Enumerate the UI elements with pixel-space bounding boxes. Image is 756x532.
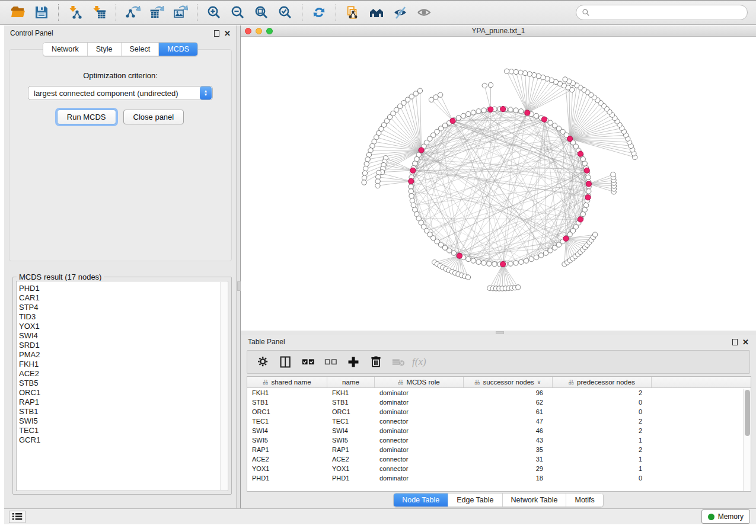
table-scrollbar-thumb[interactable] bbox=[745, 390, 750, 436]
graph-ring-node[interactable] bbox=[466, 111, 471, 116]
mcds-hub-node[interactable] bbox=[567, 136, 573, 142]
graph-ring-node[interactable] bbox=[476, 109, 481, 114]
unselect-all-rows-button[interactable] bbox=[321, 353, 341, 371]
mcds-result-item[interactable]: SRD1 bbox=[19, 341, 228, 350]
table-row[interactable]: PHD1PHD1dominator180 bbox=[247, 473, 751, 483]
graph-ring-node[interactable] bbox=[586, 189, 591, 194]
graph-ring-node[interactable] bbox=[487, 261, 492, 266]
open-file-button[interactable] bbox=[6, 3, 30, 22]
first-neighbors-button[interactable] bbox=[365, 3, 388, 22]
graph-ring-node[interactable] bbox=[519, 109, 524, 114]
table-row[interactable]: ACE2ACE2connector311 bbox=[247, 454, 751, 464]
graph-ring-node[interactable] bbox=[492, 262, 497, 267]
horizontal-splitter-grip[interactable] bbox=[496, 331, 504, 334]
add-column-button[interactable] bbox=[343, 353, 363, 371]
graph-leaf-node[interactable] bbox=[363, 166, 368, 171]
mcds-result-item[interactable]: YOX1 bbox=[19, 322, 228, 331]
tab-network[interactable]: Network bbox=[43, 43, 88, 56]
graph-ring-node[interactable] bbox=[461, 113, 465, 118]
graph-ring-node[interactable] bbox=[513, 108, 518, 113]
graph-ring-node[interactable] bbox=[409, 184, 413, 189]
graph-ring-node[interactable] bbox=[543, 251, 548, 255]
import-table-button[interactable] bbox=[87, 3, 111, 22]
graph-leaf-node[interactable] bbox=[438, 92, 442, 97]
export-image-button[interactable] bbox=[168, 3, 192, 22]
save-session-button[interactable] bbox=[30, 3, 53, 22]
mcds-hub-node[interactable] bbox=[410, 168, 416, 173]
select-all-rows-button[interactable] bbox=[298, 353, 318, 371]
float-panel-icon[interactable] bbox=[214, 30, 219, 37]
graph-ring-node[interactable] bbox=[534, 255, 538, 259]
export-table-button[interactable] bbox=[145, 3, 168, 22]
graph-ring-node[interactable] bbox=[529, 257, 534, 261]
optimization-criterion-select[interactable]: largest connected component (undirected)… bbox=[28, 86, 213, 100]
graph-leaf-node[interactable] bbox=[563, 77, 567, 82]
graph-ring-node[interactable] bbox=[534, 113, 538, 118]
graph-ring-node[interactable] bbox=[586, 175, 591, 180]
graph-leaf-node[interactable] bbox=[513, 69, 518, 74]
mcds-result-item[interactable]: GCR1 bbox=[19, 435, 228, 445]
graph-leaf-node[interactable] bbox=[527, 72, 532, 76]
graph-leaf-node[interactable] bbox=[362, 180, 366, 185]
network-titlebar[interactable]: YPA_prune.txt_1 bbox=[241, 25, 756, 37]
mcds-hub-node[interactable] bbox=[488, 107, 493, 112]
graph-ring-node[interactable] bbox=[476, 259, 481, 264]
column-header-predecessor-nodes[interactable]: 品predecessor nodes bbox=[553, 377, 652, 387]
mcds-hub-node[interactable] bbox=[525, 110, 530, 116]
mcds-result-item[interactable]: PHD1 bbox=[19, 284, 228, 293]
column-header-successor-nodes[interactable]: 品successor nodes∨ bbox=[464, 377, 553, 387]
mcds-hub-node[interactable] bbox=[450, 118, 455, 123]
mcds-result-item[interactable]: FKH1 bbox=[19, 360, 228, 369]
mcds-result-list[interactable]: PHD1CAR1STP4TID3YOX1SWI4SRD1PMA2FKH1ACE2… bbox=[16, 281, 228, 491]
graph-ring-node[interactable] bbox=[582, 207, 587, 212]
mcds-hub-node[interactable] bbox=[586, 181, 591, 187]
tab-mcds[interactable]: MCDS bbox=[159, 43, 197, 56]
mcds-hub-node[interactable] bbox=[500, 261, 506, 267]
close-panel-icon[interactable]: ✕ bbox=[224, 30, 231, 37]
search-input[interactable] bbox=[594, 8, 742, 17]
close-table-panel-icon[interactable]: ✕ bbox=[742, 339, 749, 345]
zoom-fit-button[interactable] bbox=[250, 3, 273, 22]
hide-selected-button[interactable] bbox=[388, 3, 412, 22]
graph-ring-node[interactable] bbox=[411, 203, 416, 207]
graph-ring-node[interactable] bbox=[583, 203, 588, 207]
table-row[interactable]: RAP1RAP1dominator352 bbox=[247, 445, 751, 454]
graph-leaf-node[interactable] bbox=[465, 275, 470, 280]
graph-leaf-node[interactable] bbox=[482, 83, 487, 88]
graph-ring-node[interactable] bbox=[451, 251, 456, 255]
graph-leaf-node[interactable] bbox=[362, 175, 366, 180]
table-row[interactable]: FKH1FKH1dominator962 bbox=[247, 388, 751, 398]
table-settings-button[interactable] bbox=[253, 353, 273, 371]
graph-ring-node[interactable] bbox=[413, 161, 417, 166]
mcds-result-item[interactable]: TID3 bbox=[19, 312, 228, 322]
mcds-result-item[interactable]: SWI5 bbox=[19, 416, 228, 426]
graph-ring-node[interactable] bbox=[481, 108, 486, 113]
mcds-result-item[interactable]: CAR1 bbox=[19, 293, 228, 303]
graph-leaf-node[interactable] bbox=[366, 152, 371, 157]
split-columns-button[interactable] bbox=[276, 353, 296, 371]
table-scrollbar[interactable] bbox=[743, 389, 751, 491]
graph-leaf-node[interactable] bbox=[488, 82, 493, 87]
graph-ring-node[interactable] bbox=[471, 110, 476, 115]
mcds-hub-node[interactable] bbox=[457, 253, 462, 258]
close-panel-button[interactable]: Close panel bbox=[123, 110, 184, 124]
mcds-result-item[interactable]: STB1 bbox=[19, 407, 228, 416]
tab-style[interactable]: Style bbox=[88, 43, 122, 56]
graph-ring-node[interactable] bbox=[548, 120, 553, 125]
memory-button[interactable]: Memory bbox=[701, 509, 750, 524]
mcds-result-item[interactable]: TEC1 bbox=[19, 426, 228, 435]
network-canvas[interactable] bbox=[241, 37, 756, 331]
graph-leaf-node[interactable] bbox=[611, 172, 615, 177]
copy-style-button[interactable] bbox=[341, 3, 365, 22]
float-table-panel-icon[interactable] bbox=[732, 339, 738, 345]
delete-table-button[interactable] bbox=[388, 353, 409, 371]
graph-ring-node[interactable] bbox=[456, 116, 461, 120]
mcds-result-item[interactable]: STB5 bbox=[19, 379, 228, 388]
graph-leaf-node[interactable] bbox=[362, 171, 367, 175]
mcds-hub-node[interactable] bbox=[578, 217, 583, 222]
graph-ring-node[interactable] bbox=[513, 261, 518, 265]
graph-leaf-node[interactable] bbox=[429, 97, 433, 102]
mcds-result-item[interactable]: PMA2 bbox=[19, 350, 228, 360]
table-row[interactable]: YOX1YOX1connector291 bbox=[247, 464, 751, 473]
mcds-result-scrollbar[interactable] bbox=[220, 282, 227, 490]
